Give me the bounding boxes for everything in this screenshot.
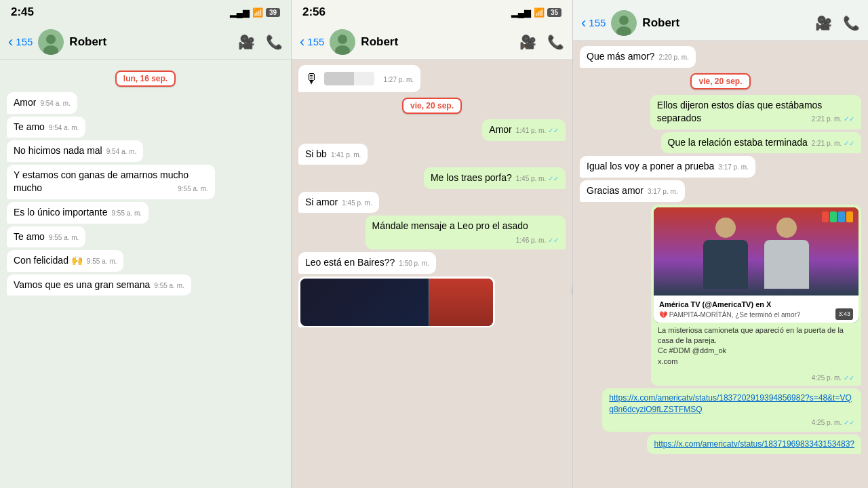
table-row: Si bb 1:41 p. m. xyxy=(298,144,566,165)
msg-time: 9:54 a. m. xyxy=(49,123,79,133)
video-timer: 3:43 xyxy=(835,308,853,320)
message-bubble: Ellos dijeron estos días que estábamos s… xyxy=(650,95,861,129)
msg-text: Ellos dijeron estos días que estábamos s… xyxy=(657,100,823,124)
audio-icon: 🎙 xyxy=(305,69,319,88)
read-ticks: ✓✓ xyxy=(548,127,559,134)
table-row: ↗ xyxy=(298,277,566,327)
table-row: Vamos que es una gran semana 9:55 a. m. xyxy=(7,274,284,296)
video-desc1: 💔 PAMPITA-MORÍTÁN, ¿Se terminó el amor? xyxy=(659,310,853,320)
phone-icon-1[interactable]: 📞 xyxy=(266,34,283,50)
message-bubble: Si amor 1:45 p. m. xyxy=(298,192,379,214)
status-icons-1: ▂▄▆ 📶 39 xyxy=(230,7,280,18)
wifi-icon-2: 📶 xyxy=(534,7,545,18)
svg-point-1 xyxy=(46,35,56,44)
table-row: Si amor 1:45 p. m. xyxy=(298,192,566,214)
read-ticks: ✓✓ xyxy=(844,374,854,382)
header-icons-2: 🎥 📞 xyxy=(519,34,564,50)
table-row: 3:43 América TV (@AmericaTV) en X 💔 PAMP… xyxy=(580,205,861,386)
table-row: Me los traes porfa? 1:45 p. m. ✓✓ xyxy=(298,167,566,189)
audio-waveform xyxy=(324,72,374,85)
date-separator-1: lun, 16 sep. xyxy=(7,70,284,87)
chat-header-3: ‹ 155 Robert 🎥 📞 xyxy=(573,5,868,41)
back-count-3: 155 xyxy=(589,17,606,28)
media-thumbnail xyxy=(300,279,493,326)
table-row: Que más amor? 2:20 p. m. xyxy=(580,46,861,68)
link-bubble-2: https://x.com/americatv/status/183719698… xyxy=(647,434,861,454)
video-time-row: 4:25 p. m. ✓✓ xyxy=(654,369,859,372)
back-button-2[interactable]: ‹ 155 xyxy=(300,33,324,51)
logo-green xyxy=(830,211,837,222)
video-embed-bubble: 3:43 América TV (@AmericaTV) en X 💔 PAMP… xyxy=(651,205,861,386)
read-ticks: ✓✓ xyxy=(548,237,559,244)
msg-time: 3:17 p. m. xyxy=(648,187,677,197)
table-row: Te amo 9:55 a. m. xyxy=(7,226,284,248)
table-row: Ellos dijeron estos días que estábamos s… xyxy=(580,95,861,129)
message-bubble: Vamos que es una gran semana 9:55 a. m. xyxy=(7,274,191,296)
link-2[interactable]: https://x.com/americatv/status/183719698… xyxy=(654,439,854,450)
panel-3: ‹ 155 Robert 🎥 📞 Que más amor? 2:20 p. m… xyxy=(573,0,868,488)
chat-body-1: lun, 16 sep. Amor 9:54 a. m. Te amo 9:54… xyxy=(0,60,291,488)
svg-point-4 xyxy=(338,35,347,44)
video-stage: 3:43 xyxy=(654,207,859,296)
person-body-suit xyxy=(703,240,748,289)
message-bubble: Igual los voy a poner a prueba 3:17 p. m… xyxy=(580,156,755,178)
msg-time: 4:25 p. m. ✓✓ xyxy=(812,373,854,383)
table-row: Leo está en Baires?? 1:50 p. m. xyxy=(298,252,566,274)
link-1[interactable]: https://x.com/americatv/status/183720291… xyxy=(609,392,854,415)
msg-time: 1:45 p. m. ✓✓ xyxy=(516,174,559,184)
message-bubble: Es lo único importante 9:55 a. m. xyxy=(7,202,149,224)
contact-name-3: Robert xyxy=(642,16,810,30)
msg-text: Si amor xyxy=(305,197,338,207)
msg-time: 4:25 p. m. ✓✓ xyxy=(812,418,854,428)
table-row: Y estamos con ganas de amarnos mucho muc… xyxy=(7,165,284,199)
msg-text: Igual los voy a poner a prueba xyxy=(587,161,714,171)
msg-time: 3:17 p. m. xyxy=(718,163,748,172)
date-badge-3: vie, 20 sep. xyxy=(690,73,750,89)
msg-text: Te amo xyxy=(14,121,45,132)
chat-body-2: 🎙 1:27 p. m. vie, 20 sep. Amor 1:41 p. m… xyxy=(292,60,572,488)
msg-text: Es lo único importante xyxy=(14,207,108,218)
header-icons-3: 🎥 📞 xyxy=(815,15,860,31)
status-bar-1: 2:45 ▂▄▆ 📶 39 xyxy=(0,0,291,24)
video-call-icon-1[interactable]: 🎥 xyxy=(238,34,255,50)
msg-time: 1:27 p. m. xyxy=(384,75,414,85)
msg-text: Que más amor? xyxy=(587,51,654,62)
back-button-1[interactable]: ‹ 155 xyxy=(8,33,33,51)
msg-time: 9:55 a. m. xyxy=(178,184,208,194)
signal-icon-1: ▂▄▆ xyxy=(230,7,250,18)
message-bubble: Leo está en Baires?? 1:50 p. m. xyxy=(298,252,436,274)
chat-header-2: ‹ 155 Robert 🎥 📞 xyxy=(292,24,572,60)
battery-1: 39 xyxy=(266,8,280,17)
msg-time: 9:55 a. m. xyxy=(49,233,79,243)
video-call-icon-3[interactable]: 🎥 xyxy=(815,15,832,31)
msg-text: Amor xyxy=(14,97,36,108)
phone-icon-2[interactable]: 📞 xyxy=(547,34,564,50)
back-button-3[interactable]: ‹ 155 xyxy=(581,14,606,32)
msg-time: 1:41 p. m. ✓✓ xyxy=(516,126,559,136)
phone-icon-3[interactable]: 📞 xyxy=(843,15,860,31)
table-row: Con felicidad 🙌 9:55 a. m. xyxy=(7,250,284,272)
message-bubble: Que la relación estaba terminada 2:21 p.… xyxy=(661,132,861,154)
media-bubble xyxy=(298,277,495,327)
msg-text: Mándale mensaje a Leo pro el asado xyxy=(372,220,528,231)
video-desc2: La misteriosa camioneta que apareció en … xyxy=(658,326,844,344)
msg-time: 1:46 p. m. ✓✓ xyxy=(516,236,559,245)
msg-text: Con felicidad 🙌 xyxy=(14,255,83,266)
avatar-2 xyxy=(330,29,355,55)
back-count-1: 155 xyxy=(16,36,33,47)
logo-red xyxy=(822,211,829,222)
table-row: Es lo único importante 9:55 a. m. xyxy=(7,202,284,224)
table-row: Amor 1:41 p. m. ✓✓ xyxy=(298,119,566,141)
back-chevron-icon-3: ‹ xyxy=(581,14,586,32)
msg-time: 1:50 p. m. xyxy=(399,259,429,268)
person-head-2 xyxy=(776,218,797,238)
person-2 xyxy=(763,214,810,289)
header-icons-1: 🎥 📞 xyxy=(238,34,283,50)
message-bubble: Amor 1:41 p. m. ✓✓ xyxy=(482,119,566,141)
video-call-icon-2[interactable]: 🎥 xyxy=(519,34,536,50)
person-1 xyxy=(702,214,749,289)
message-bubble: Con felicidad 🙌 9:55 a. m. xyxy=(7,250,123,272)
table-row: No hicimos nada mal 9:54 a. m. xyxy=(7,140,284,162)
person-head xyxy=(715,218,736,238)
video-info: América TV (@AmericaTV) en X 💔 PAMPITA-M… xyxy=(654,296,859,323)
